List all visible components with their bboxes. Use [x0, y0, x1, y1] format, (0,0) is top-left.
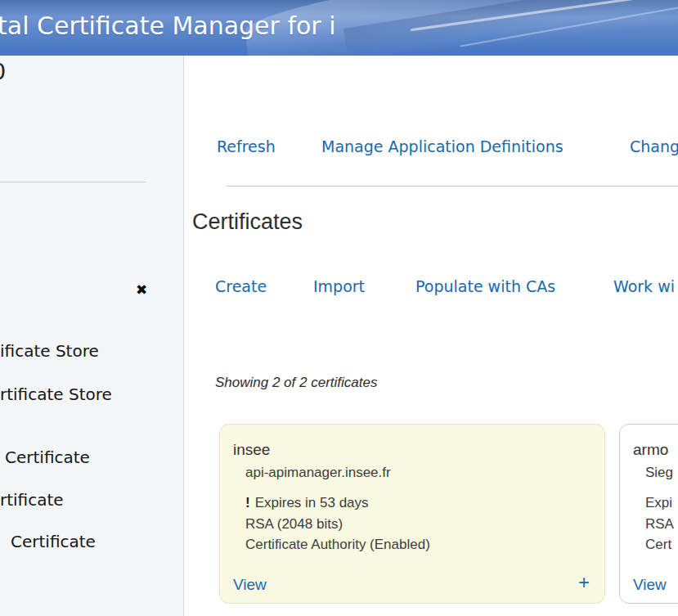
certificate-type-info: Cert [645, 537, 671, 553]
create-link[interactable]: Create [215, 277, 267, 296]
toolbar-divider [227, 186, 678, 187]
main-content: Refresh Manage Application Definitions C… [184, 56, 678, 616]
page-title: Certificates [192, 209, 303, 235]
certificate-name: insee [233, 441, 270, 459]
sidebar-item-certificate-2[interactable]: rtificate [0, 490, 64, 510]
warning-icon: ! [245, 495, 250, 510]
sidebar-divider [0, 182, 146, 182]
certificate-name: armo [633, 441, 668, 459]
certificate-key-info: RSA [645, 516, 674, 533]
certificate-card-armo: armo Sieg Expi RSA Cert View [619, 424, 678, 604]
sidebar: 0 ✖ ificate Store rtificate Store Certif… [0, 56, 184, 616]
certificate-common-name: Sieg [645, 465, 673, 481]
refresh-link[interactable]: Refresh [217, 137, 276, 156]
work-with-link[interactable]: Work wi [613, 277, 675, 296]
sidebar-item-certificate-store[interactable]: ificate Store [0, 341, 99, 361]
sidebar-item-certificate-store-2[interactable]: rtificate Store [0, 384, 112, 404]
sidebar-item-certificate-3[interactable]: Certificate [11, 532, 96, 551]
certificate-count-summary: Showing 2 of 2 certificates [215, 375, 377, 391]
sidebar-item-certificate[interactable]: Certificate [5, 447, 90, 467]
manage-application-definitions-link[interactable]: Manage Application Definitions [321, 137, 564, 156]
app-banner: tal Certificate Manager for i [0, 0, 678, 56]
certificate-type-info: Certificate Authority (Enabled) [245, 537, 430, 553]
app-title: tal Certificate Manager for i [0, 11, 336, 40]
expiry-text: Expires in 53 days [255, 495, 369, 510]
app-window: tal Certificate Manager for i 0 ✖ ificat… [0, 0, 678, 616]
import-link[interactable]: Import [313, 277, 365, 296]
certificate-key-info: RSA (2048 bits) [245, 516, 343, 533]
certificate-common-name: api-apimanager.insee.fr [245, 465, 391, 481]
change-link[interactable]: Chang [630, 137, 678, 156]
populate-with-cas-link[interactable]: Populate with CAs [415, 277, 555, 296]
close-icon[interactable]: ✖ [136, 283, 147, 297]
sidebar-heading-fragment: 0 [0, 59, 6, 84]
certificate-card-insee: insee api-apimanager.insee.fr !Expires i… [219, 424, 605, 604]
add-icon[interactable]: + [578, 573, 590, 592]
view-link[interactable]: View [633, 576, 667, 594]
certificate-expiry: !Expires in 53 days [245, 495, 369, 511]
certificate-expiry: Expi [645, 495, 672, 511]
view-link[interactable]: View [233, 576, 267, 594]
